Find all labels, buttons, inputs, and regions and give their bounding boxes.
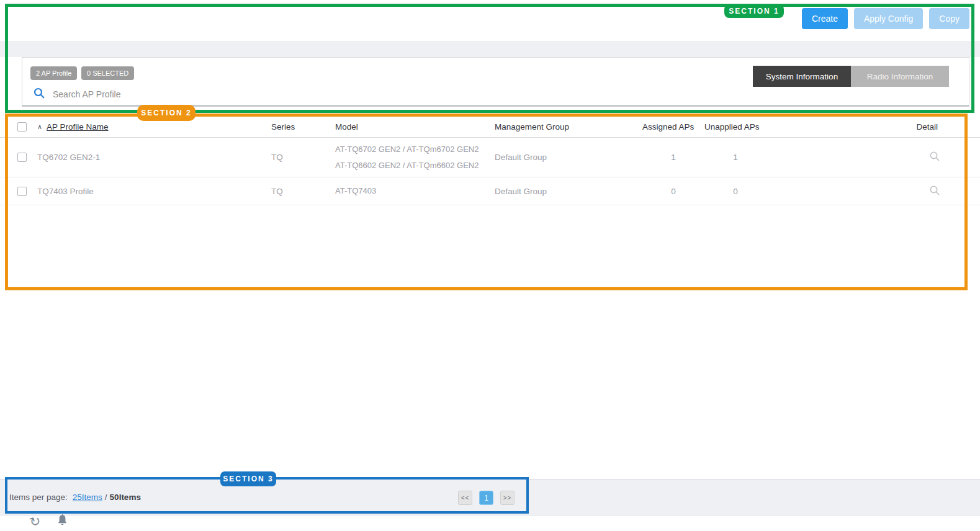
model-value: AT-TQ6702 GEN2 / AT-TQm6702 GEN2 AT-TQ66… [335,141,495,174]
section1-annotation-label: SECTION 1 [724,4,784,18]
toolbar-buttons: Create Apply Config Copy [802,8,969,29]
table-row: TQ6702 GEN2-1 TQ AT-TQ6702 GEN2 / AT-TQm… [0,138,980,177]
toolbar: Create Apply Config Copy [0,0,980,41]
detail-magnifier-icon[interactable] [929,185,940,198]
column-header-detail: Detail [766,122,980,132]
column-header-assigned-aps: Assigned APs [642,122,704,132]
column-header-management-group: Management Group [495,122,642,132]
profile-count-badge: 2 AP Profile [30,66,77,80]
row-checkbox[interactable] [17,153,27,162]
sort-asc-icon: ∧ [37,123,42,131]
footer-icons: ↻ [30,514,68,529]
search-bar [34,87,468,101]
ap-profile-table: ∧ AP Profile Name Series Model Managemen… [0,117,980,205]
ap-profile-page: Create Apply Config Copy 2 AP Profile 0 … [0,0,980,531]
ap-profile-name: TQ6702 GEN2-1 [37,153,271,162]
series-value: TQ [271,187,335,196]
unapplied-aps-value: 0 [704,187,766,196]
column-header-model: Model [335,122,495,132]
column-header-ap-profile-name[interactable]: ∧ AP Profile Name [37,122,271,132]
filter-card: 2 AP Profile 0 SELECTED System Informati… [22,57,969,107]
current-page-button[interactable]: 1 [479,491,493,505]
items-per-page-separator: / [105,493,107,502]
bell-icon[interactable] [57,514,68,529]
column-header-unapplied-aps: Unapplied APs [704,122,766,132]
assigned-aps-value: 1 [642,153,704,162]
management-group-value: Default Group [495,153,642,162]
section3-annotation-label: SECTION 3 [220,471,276,486]
items-per-page-50-current: 50Items [110,493,141,502]
apply-config-button[interactable]: Apply Config [854,8,923,29]
table-row: TQ7403 Profile TQ AT-TQ7403 Default Grou… [0,177,980,205]
section2-annotation-label: SECTION 2 [137,105,196,121]
background-strip [0,41,980,57]
unapplied-aps-value: 1 [704,153,766,162]
assigned-aps-value: 0 [642,187,704,196]
items-per-page: Items per page:25Items/50Items [9,493,141,502]
refresh-icon[interactable]: ↻ [28,514,42,530]
detail-magnifier-icon[interactable] [929,151,940,164]
management-group-value: Default Group [495,187,642,196]
tab-radio-information[interactable]: Radio Information [851,66,949,87]
items-per-page-label: Items per page: [9,493,68,502]
items-per-page-25-link[interactable]: 25Items [73,493,102,502]
search-icon [34,87,45,101]
pager: << 1 >> [458,491,515,505]
next-page-button[interactable]: >> [500,491,515,505]
row-checkbox[interactable] [17,187,27,196]
select-all-checkbox[interactable] [17,122,27,132]
tab-system-information[interactable]: System Information [753,66,851,87]
info-toggle-group: System Information Radio Information [753,66,949,87]
create-button[interactable]: Create [802,8,848,29]
prev-page-button[interactable]: << [458,491,472,505]
column-header-series: Series [271,122,335,132]
copy-button[interactable]: Copy [929,8,969,29]
model-value: AT-TQ7403 [335,183,495,199]
pagination-bar: Items per page:25Items/50Items << 1 >> [0,479,980,515]
series-value: TQ [271,153,335,162]
ap-profile-name: TQ7403 Profile [37,187,271,196]
selected-count-badge: 0 SELECTED [81,66,134,80]
search-input[interactable] [53,89,425,99]
